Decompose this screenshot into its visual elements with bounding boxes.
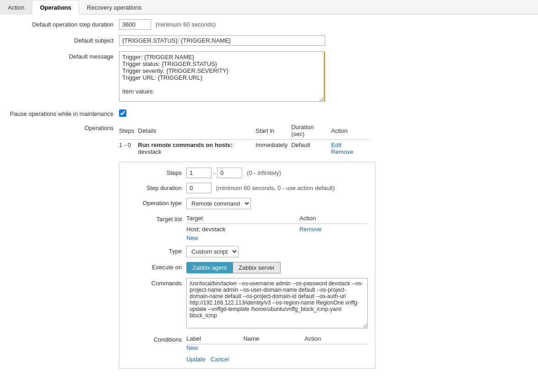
- ops-col-steps: Steps: [119, 123, 138, 140]
- pause-operations-field: [119, 109, 529, 117]
- op-step-duration-hint: (minimum 60 seconds, 0 - use action defa…: [216, 185, 335, 191]
- default-message-input[interactable]: Trigger: {TRIGGER.NAME} Trigger status: …: [119, 51, 325, 102]
- target-list-field: Target Action Host: devstack Remove New: [186, 214, 368, 241]
- exec-btn-server[interactable]: Zabbix server: [233, 262, 281, 273]
- commands-textarea[interactable]: /usr/local/bin/tacker --os-username admi…: [186, 278, 368, 328]
- target-table: Target Action Host: devstack Remove: [186, 214, 368, 234]
- list-item: Host: devstack Remove: [186, 224, 368, 235]
- steps-dash: -: [213, 169, 215, 176]
- operations-row: Operations Steps Details Start in Durati…: [9, 123, 529, 369]
- default-subject-row: Default subject: [9, 35, 529, 46]
- step-duration-field: (minimum 60 seconds): [119, 19, 529, 30]
- op-steps-row: Steps - (0 - infinitely): [127, 168, 368, 178]
- steps-hint: (0 - infinitely): [247, 169, 281, 176]
- op-type-row: Operation type Remote command Send messa…: [127, 198, 368, 209]
- ops-actions-cell: Edit Remove: [331, 140, 371, 158]
- default-message-field: Trigger: {TRIGGER.NAME} Trigger status: …: [119, 51, 529, 103]
- tab-recovery-operations[interactable]: Recovery operations: [79, 0, 149, 15]
- target-list-label: Target list: [127, 214, 186, 223]
- target-col-target: Target: [186, 214, 299, 224]
- target-list-row: Target list Target Action Host: devstack: [127, 214, 368, 241]
- ops-col-details: Details: [138, 123, 255, 140]
- target-cell: Host: devstack: [186, 224, 299, 235]
- op-step-duration-field: (minimum 60 seconds, 0 - use action defa…: [186, 183, 368, 193]
- target-action-cell: Remove: [299, 224, 368, 235]
- ops-col-action: Action: [331, 123, 371, 140]
- operation-details-box: Steps - (0 - infinitely) Step duration: [119, 162, 375, 369]
- conditions-table: Label Name Action: [186, 334, 368, 344]
- cond-col-label: Label: [186, 334, 243, 344]
- commands-row: Commands /usr/local/bin/tacker --os-user…: [127, 278, 368, 330]
- default-message-label: Default message: [9, 51, 119, 60]
- op-step-duration-input[interactable]: [186, 183, 212, 193]
- op-type-label: Operation type: [127, 198, 186, 207]
- op-steps-label: Steps: [127, 168, 186, 176]
- op-type-field: Remote command Send message: [186, 198, 368, 209]
- execute-on-group: Zabbix agent Zabbix server: [186, 262, 368, 273]
- ops-col-startin: Start in: [255, 123, 291, 140]
- step-duration-label: Default operation step duration: [9, 19, 119, 28]
- table-row: 1 - 0 Run remote commands on hosts:: dev…: [119, 140, 371, 158]
- conditions-row: Conditions Label Name Action: [127, 334, 368, 351]
- execute-on-field: Zabbix agent Zabbix server: [186, 262, 368, 273]
- update-link[interactable]: Update: [186, 356, 206, 363]
- ops-details-cell: Run remote commands on hosts:: devstack: [138, 140, 255, 158]
- op-form-buttons: Update Cancel: [186, 356, 368, 363]
- cancel-link[interactable]: Cancel: [211, 356, 229, 363]
- ops-startin-cell: Immediately: [255, 140, 291, 158]
- pause-operations-label: Pause operations while in maintenance: [9, 109, 119, 117]
- step-duration-input[interactable]: [119, 19, 151, 30]
- tab-action[interactable]: Action: [0, 0, 32, 15]
- target-remove-link[interactable]: Remove: [299, 226, 321, 233]
- target-col-action: Action: [299, 214, 368, 224]
- conditions-field: Label Name Action New: [186, 334, 368, 351]
- step-duration-row: Default operation step duration (minimum…: [9, 19, 529, 30]
- step-duration-hint: (minimum 60 seconds): [156, 21, 216, 28]
- default-subject-input[interactable]: [119, 35, 325, 46]
- ops-steps-cell: 1 - 0: [119, 140, 138, 158]
- ops-remove-link[interactable]: Remove: [331, 148, 353, 155]
- operations-label: Operations: [9, 123, 119, 131]
- op-script-type-select[interactable]: Custom script IPMI SSH Telnet Global scr…: [186, 246, 239, 257]
- ops-col-duration: Duration (sec): [291, 123, 331, 140]
- tab-operations[interactable]: Operations: [32, 0, 79, 15]
- exec-btn-agent[interactable]: Zabbix agent: [186, 262, 233, 273]
- commands-field: /usr/local/bin/tacker --os-username admi…: [186, 278, 368, 330]
- conditions-new-link[interactable]: New: [186, 344, 198, 351]
- op-type-select[interactable]: Remote command Send message: [186, 198, 251, 209]
- conditions-label: Conditions: [127, 334, 186, 343]
- default-subject-field: [119, 35, 529, 46]
- op-steps-field: - (0 - infinitely): [186, 168, 368, 178]
- default-message-row: Default message Trigger: {TRIGGER.NAME} …: [9, 51, 529, 103]
- main-content: Default operation step duration (minimum…: [0, 15, 538, 379]
- operations-field: Steps Details Start in Duration (sec) Ac…: [119, 123, 529, 369]
- op-script-type-label: Type: [127, 246, 186, 255]
- execute-on-row: Execute on Zabbix agent Zabbix server: [127, 262, 368, 273]
- steps-to-input[interactable]: [217, 168, 242, 178]
- cond-col-name: Name: [243, 334, 304, 344]
- operations-table: Steps Details Start in Duration (sec) Ac…: [119, 123, 371, 157]
- pause-operations-row: Pause operations while in maintenance: [9, 109, 529, 117]
- pause-operations-checkbox[interactable]: [119, 109, 126, 117]
- execute-on-label: Execute on: [127, 262, 186, 271]
- op-step-duration-row: Step duration (minimum 60 seconds, 0 - u…: [127, 183, 368, 193]
- op-step-duration-label: Step duration: [127, 183, 186, 191]
- commands-label: Commands: [127, 278, 186, 287]
- target-new-link[interactable]: New: [186, 234, 198, 241]
- cond-col-action: Action: [304, 334, 368, 344]
- tab-bar: Action Operations Recovery operations: [0, 0, 538, 15]
- ops-edit-link[interactable]: Edit: [331, 142, 341, 148]
- ops-duration-cell: Default: [291, 140, 331, 158]
- default-subject-label: Default subject: [9, 35, 119, 44]
- op-script-type-row: Type Custom script IPMI SSH Telnet Globa…: [127, 246, 368, 257]
- op-script-type-field: Custom script IPMI SSH Telnet Global scr…: [186, 246, 368, 257]
- steps-from-input[interactable]: [186, 168, 212, 178]
